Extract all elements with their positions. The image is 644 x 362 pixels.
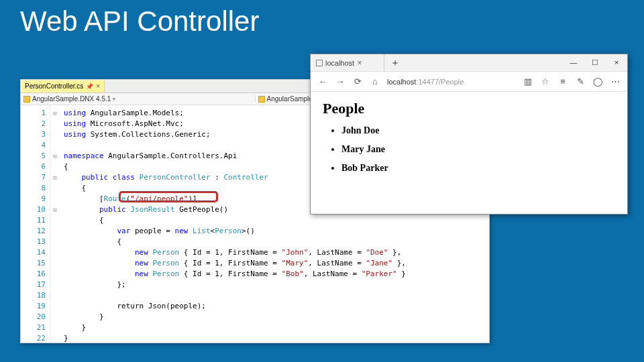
refresh-icon[interactable]: ⟳ <box>352 76 363 86</box>
back-icon[interactable]: ← <box>317 76 328 86</box>
minimize-button[interactable]: — <box>563 58 584 67</box>
edge-toolbar: ← → ⟳ ⌂ localhost:14477/People ▥ ☆ ≡ ✎ ◯… <box>311 72 627 92</box>
browser-tab-title: localhost <box>325 59 354 67</box>
reading-view-icon[interactable]: ▥ <box>523 76 533 86</box>
vs-tab-person-controller[interactable]: PersonController.cs 📌 × <box>21 80 105 93</box>
home-icon[interactable]: ⌂ <box>370 76 380 86</box>
address-bar[interactable]: localhost:14477/People <box>387 78 516 86</box>
fold-icon[interactable]: ⊟ <box>50 108 60 119</box>
fold-column: ⊟ ⊟ ⊟ ⊟ <box>50 105 60 343</box>
window-controls: — ☐ × <box>563 58 627 67</box>
fold-icon[interactable]: ⊟ <box>50 172 60 183</box>
page-heading: People <box>323 100 615 117</box>
share-icon[interactable]: ◯ <box>592 76 603 86</box>
namespace-icon <box>258 96 265 103</box>
maximize-button[interactable]: ☐ <box>584 58 606 67</box>
vs-crumb-project-text: AngularSample.DNX 4.5.1 <box>32 95 111 103</box>
url-path: :14477/People <box>416 78 464 86</box>
favicon-icon <box>316 60 323 66</box>
favorite-icon[interactable]: ☆ <box>540 76 551 86</box>
new-tab-button[interactable]: ＋ <box>384 57 406 69</box>
browser-content: People John Doe Mary Jane Bob Parker <box>311 92 627 190</box>
route-highlight <box>119 191 218 202</box>
close-window-button[interactable]: × <box>606 58 627 67</box>
hub-icon[interactable]: ≡ <box>557 76 568 86</box>
fold-icon[interactable]: ⊟ <box>50 204 60 215</box>
url-host: localhost <box>387 78 416 86</box>
close-tab-icon[interactable]: × <box>357 58 362 68</box>
more-icon[interactable]: ⋯ <box>610 76 621 86</box>
forward-icon[interactable]: → <box>335 76 345 86</box>
people-list: John Doe Mary Jane Bob Parker <box>323 125 615 174</box>
list-item: Bob Parker <box>341 163 615 174</box>
edge-title-bar: localhost × ＋ — ☐ × <box>311 54 627 72</box>
close-tab-icon[interactable]: × <box>96 82 100 90</box>
web-note-icon[interactable]: ✎ <box>575 76 586 86</box>
browser-tab[interactable]: localhost × <box>311 54 384 71</box>
pin-icon[interactable]: 📌 <box>86 83 93 90</box>
edge-browser-window: localhost × ＋ — ☐ × ← → ⟳ ⌂ localhost:14… <box>310 54 628 215</box>
fold-icon[interactable]: ⊟ <box>50 151 60 162</box>
list-item: John Doe <box>341 125 615 136</box>
csharp-project-icon <box>23 96 30 103</box>
vs-tab-filename: PersonController.cs <box>25 82 83 90</box>
line-number-gutter: 12345678910111213141516171819202122 <box>21 105 50 343</box>
chevron-down-icon: ▾ <box>113 96 115 102</box>
list-item: Mary Jane <box>341 144 615 155</box>
vs-crumb-project[interactable]: AngularSample.DNX 4.5.1 ▾ <box>21 95 255 103</box>
slide-title: Web API Controller <box>20 5 259 38</box>
